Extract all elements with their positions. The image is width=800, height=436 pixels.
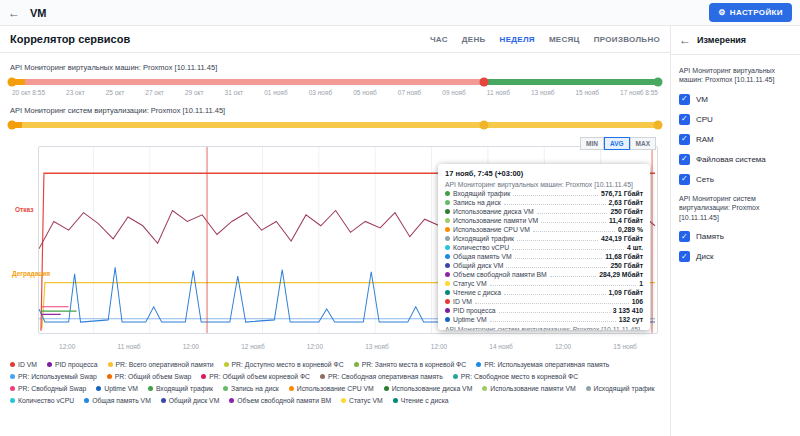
legend-item[interactable]: PID процесса [47,361,98,368]
legend-item[interactable]: Чтение с диска [393,397,449,404]
series-color-dot [341,398,346,403]
tab-week[interactable]: НЕДЕЛЯ [500,35,535,44]
date-tick: 23 окт [66,89,85,96]
legend-item[interactable]: PR: Общий объем корневой ФС [201,373,310,380]
tooltip-metric-row: Количество vCPU 4 шт. [445,244,643,251]
tooltip-metric-row: Использование CPU VM 0,289 % [445,226,643,233]
legend-item[interactable]: PR: Свободная оперативная память [320,373,443,380]
timeline-marker-dot[interactable] [479,78,488,87]
legend-item[interactable]: PR: Используемый Swap [10,373,97,380]
series-color-dot [476,362,481,367]
date-tick: 05 нояб [353,89,376,96]
timeline-marker-dot[interactable] [479,121,488,130]
series-color-dot [445,317,450,322]
series-color-dot [148,386,153,391]
metric-label: Входящий трафик [453,190,510,197]
tooltip-metric-row: ID VM 106 [445,298,643,305]
metrics-chart: MIN AVG MAX Отказ Деградация [12,140,658,352]
legend-item[interactable]: Объем свободной памяти ВМ [229,397,331,404]
tab-day[interactable]: ДЕНЬ [462,35,486,44]
checkbox-checked-icon[interactable] [679,154,690,165]
metric-value: 11,68 Гбайт [605,253,643,260]
dotted-leader [506,264,607,268]
legend-item[interactable]: Использование памяти VM [482,385,575,392]
legend-item[interactable]: Общий диск VM [161,397,219,404]
measurement-item[interactable]: Диск [679,251,792,262]
tooltip-metric-row: Общий диск VM 250 Гбайт [445,262,643,269]
agg-min-button[interactable]: MIN [580,137,604,150]
checkbox-checked-icon[interactable] [679,251,690,262]
checkbox-checked-icon[interactable] [679,94,690,105]
measurement-item[interactable]: Память [679,231,792,242]
correlator-header: Коррелятор сервисов ЧАС ДЕНЬ НЕДЕЛЯ МЕСЯ… [0,26,670,53]
date-tick: 29 окт [185,89,204,96]
tab-month[interactable]: МЕСЯЦ [549,35,580,44]
series-color-dot [445,272,450,277]
measurement-item[interactable]: Сеть [679,174,792,185]
correlator-title: Коррелятор сервисов [10,33,130,45]
top-bar: ← VM ⚙ НАСТРОЙКИ [0,0,800,26]
timeline-marker-dot[interactable] [8,78,17,87]
series-color-dot [223,386,228,391]
correlator-panel: Коррелятор сервисов ЧАС ДЕНЬ НЕДЕЛЯ МЕСЯ… [0,26,670,436]
settings-button[interactable]: ⚙ НАСТРОЙКИ [709,3,792,22]
checkbox-checked-icon[interactable] [679,134,690,145]
metric-label: Использование диска VM [453,208,534,215]
legend-item[interactable]: PR: Общий объем Swap [107,373,192,380]
x-axis-labels: 12:0011 нояб12:0012 нояб12:0013 нояб12:0… [38,343,658,350]
agg-avg-button[interactable]: AVG [604,137,630,150]
legend-item[interactable]: ID VM [10,361,37,368]
agg-max-button[interactable]: MAX [630,137,656,150]
legend-label: Входящий трафик [156,385,213,392]
legend-item[interactable]: Uptime VM [96,385,138,392]
legend-item[interactable]: Запись на диск [223,385,279,392]
legend-item[interactable]: PR: Используемая оперативная память [476,361,609,368]
measurement-item[interactable]: VM [679,94,792,105]
status-timeline-vm[interactable] [12,79,658,85]
metric-label: ID VM [453,298,472,305]
tooltip-metric-row: Запись на диск 2,63 Гбайт [445,199,643,206]
measurement-item[interactable]: Файловая система [679,154,792,165]
timeline-marker-dot[interactable] [654,78,663,87]
timeline-marker-dot[interactable] [654,121,663,130]
tab-hour[interactable]: ЧАС [430,35,448,44]
checkbox-checked-icon[interactable] [679,231,690,242]
metric-value: 250 Гбайт [610,208,643,215]
legend-item[interactable]: Общая память VM [84,397,151,404]
series-color-dot [445,281,450,286]
legend-item[interactable]: Исходящий трафик [586,385,655,392]
collapse-arrow-icon[interactable]: ← [679,33,691,47]
back-arrow-icon[interactable]: ← [8,6,20,20]
metric-value: 576,71 Гбайт [601,190,643,197]
measurement-list: VM CPU RAM Файловая система [679,94,792,185]
tab-custom[interactable]: ПРОИЗВОЛЬНО [594,35,660,44]
legend-label: PR: Свободный Swap [18,385,86,392]
metric-value: 2,63 Гбайт [609,199,643,206]
legend-item[interactable]: PR: Всего оперативной памяти [108,361,214,368]
series-color-dot [108,362,113,367]
measurement-item[interactable]: CPU [679,114,792,125]
series-color-dot [445,290,450,295]
legend-item[interactable]: PR: Доступно место в корневой ФС [224,361,344,368]
status-timeline-virtualization[interactable] [12,122,658,128]
legend-item[interactable]: Входящий трафик [148,385,213,392]
legend-label: Запись на диск [231,385,279,392]
legend-item[interactable]: Статус VM [341,397,383,404]
chart-tooltip[interactable]: 17 нояб, 7:45 (+03:00) API Мониторинг ви… [438,164,650,330]
legend-item[interactable]: Количество vCPU [10,397,74,404]
timeline-marker-dot[interactable] [8,121,17,130]
metric-value: 284,29 Мбайт [599,271,643,278]
checkbox-checked-icon[interactable] [679,174,690,185]
metric-value: 11,4 Гбайт [609,217,643,224]
legend-item[interactable]: PR: Свободный Swap [10,385,86,392]
series-color-dot [445,236,450,241]
date-tick: 01 нояб [264,89,287,96]
legend-item[interactable]: PR: Свободное место в корневой ФС [453,373,578,380]
legend-item[interactable]: Использование CPU VM [289,385,374,392]
metric-label: Объем свободной памяти ВМ [453,271,547,278]
series-color-dot [10,374,15,379]
checkbox-checked-icon[interactable] [679,114,690,125]
legend-item[interactable]: Использование диска VM [384,385,473,392]
measurement-item[interactable]: RAM [679,134,792,145]
legend-item[interactable]: PR: Занято места в корневой ФС [354,361,467,368]
